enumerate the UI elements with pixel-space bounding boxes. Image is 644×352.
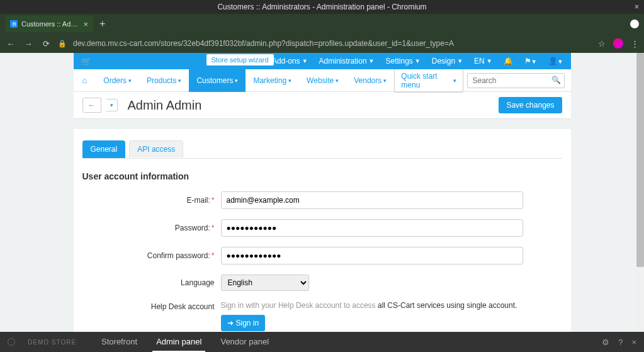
- nav-home-icon[interactable]: ⌂: [74, 76, 96, 85]
- topmenu-language[interactable]: EN▼: [474, 57, 492, 65]
- lock-icon: 🔒: [58, 40, 67, 48]
- bottom-vendor-panel[interactable]: Vendor panel: [217, 332, 273, 352]
- scrollbar-thumb[interactable]: [636, 53, 644, 267]
- search-icon[interactable]: 🔍: [551, 76, 561, 84]
- bottom-bar: DEMO STORE Storefront Admin panel Vendor…: [0, 332, 644, 352]
- quick-start-menu[interactable]: Quick start menu▾: [394, 69, 463, 93]
- helpdesk-label: Help Desk account: [82, 301, 221, 311]
- caret-down-icon: ▾: [383, 77, 387, 84]
- content-tabs: General API access: [82, 140, 562, 159]
- nav-products[interactable]: Products▾: [139, 69, 189, 92]
- caret-down-icon: ▼: [302, 58, 308, 64]
- page-viewport: 🛒 Store setup wizard Add-ons▼ Administra…: [0, 53, 644, 339]
- window-close-icon[interactable]: ×: [635, 3, 639, 11]
- topmenu-design[interactable]: Design▼: [432, 57, 463, 65]
- content-card: General API access User account informat…: [74, 129, 571, 339]
- search-box: 🔍: [467, 73, 565, 88]
- forward-button[interactable]: →: [23, 39, 34, 48]
- back-dropdown-button[interactable]: ▾: [106, 99, 118, 111]
- brand-text: DEMO STORE: [28, 339, 76, 346]
- row-password: Password:*: [82, 219, 562, 237]
- topmenu-administration[interactable]: Administration▼: [319, 57, 375, 65]
- email-input[interactable]: [221, 191, 523, 209]
- window-titlebar: Customers :: Administrators - Administra…: [0, 0, 644, 14]
- email-label: E-mail:*: [82, 196, 221, 205]
- tab-title: Customers :: Administrato: [21, 20, 79, 28]
- bottom-help-icon[interactable]: ?: [618, 338, 623, 347]
- caret-down-icon: ▼: [531, 59, 537, 65]
- row-language: Language English: [82, 275, 562, 291]
- nav-marketing[interactable]: Marketing▾: [246, 69, 299, 92]
- browser-tabstrip: ⚙ Customers :: Administrato × +: [0, 14, 644, 34]
- caret-down-icon: ▼: [457, 58, 463, 64]
- page-title: Admin Admin: [128, 98, 202, 113]
- nav-customers[interactable]: Customers▾: [189, 69, 246, 92]
- back-button[interactable]: ←: [5, 39, 16, 48]
- caret-down-icon: ▾: [235, 77, 238, 84]
- save-changes-button[interactable]: Save changes: [499, 97, 562, 113]
- bookmark-star-icon[interactable]: ☆: [598, 39, 606, 48]
- page-header: ← ▾ Admin Admin Save changes: [74, 92, 571, 119]
- admin-topbar: 🛒 Store setup wizard Add-ons▼ Administra…: [74, 53, 571, 69]
- back-nav-button[interactable]: ←: [82, 98, 101, 113]
- caret-down-icon: ▾: [453, 77, 456, 84]
- password-input[interactable]: [221, 219, 523, 237]
- caret-down-icon: ▾: [128, 77, 132, 84]
- row-email: E-mail:*: [82, 191, 562, 209]
- caret-down-icon: ▾: [336, 77, 339, 84]
- caret-down-icon: ▼: [487, 58, 492, 64]
- password-label: Password:*: [82, 224, 221, 232]
- browser-tab[interactable]: ⚙ Customers :: Administrato ×: [5, 16, 93, 32]
- window-title: Customers :: Administrators - Administra…: [217, 3, 426, 11]
- helpdesk-signin-button[interactable]: ➜Sign in: [221, 315, 266, 331]
- row-helpdesk: Help Desk account Sign in with your Help…: [82, 301, 562, 331]
- browser-menu-icon[interactable]: ⋮: [631, 39, 639, 48]
- caret-down-icon: ▼: [369, 58, 375, 64]
- store-setup-wizard-button[interactable]: Store setup wizard: [206, 54, 274, 66]
- nav-vendors[interactable]: Vendors▾: [346, 69, 394, 92]
- topmenu-addons[interactable]: Add-ons▼: [272, 57, 308, 65]
- tab-api-access[interactable]: API access: [129, 140, 183, 158]
- search-input[interactable]: [467, 73, 565, 88]
- caret-down-icon: ▾: [288, 77, 291, 84]
- signin-icon: ➜: [227, 319, 234, 327]
- tab-close-icon[interactable]: ×: [83, 20, 88, 29]
- confirm-password-label: Confirm password:*: [82, 251, 221, 260]
- nav-orders[interactable]: Orders▾: [96, 69, 139, 92]
- flag-icon[interactable]: ⚑▼: [524, 57, 537, 65]
- row-confirm-password: Confirm password:*: [82, 247, 562, 264]
- confirm-password-input[interactable]: [221, 247, 523, 264]
- tab-favicon-icon: ⚙: [10, 20, 18, 28]
- bottom-storefront[interactable]: Storefront: [98, 332, 141, 352]
- url-text[interactable]: dev.demo.mv.cs-cart.com/stores/32eb4df39…: [73, 39, 592, 48]
- tab-general[interactable]: General: [82, 140, 126, 158]
- helpdesk-text: Sign in with your Help Desk account to a…: [221, 301, 523, 310]
- caret-down-icon: ▼: [415, 58, 421, 64]
- browser-urlbar: ← → ⟳ 🔒 dev.demo.mv.cs-cart.com/stores/3…: [0, 34, 644, 53]
- cart-icon[interactable]: 🛒: [81, 57, 91, 66]
- section-account-title: User account information: [82, 171, 562, 181]
- bottom-close-icon[interactable]: ×: [631, 338, 636, 347]
- new-tab-button[interactable]: +: [99, 18, 105, 30]
- brand-logo-icon: [8, 338, 15, 346]
- nav-website[interactable]: Website▾: [299, 69, 346, 92]
- user-menu-icon[interactable]: 👤▼: [548, 57, 563, 65]
- reload-button[interactable]: ⟳: [40, 39, 52, 48]
- language-label: Language: [82, 278, 221, 287]
- notifications-bell-icon[interactable]: 🔔: [504, 57, 513, 65]
- profile-indicator-icon[interactable]: [630, 20, 639, 28]
- caret-down-icon: ▼: [558, 59, 563, 65]
- bottom-admin-panel[interactable]: Admin panel: [152, 332, 205, 352]
- caret-down-icon: ▾: [178, 77, 181, 84]
- user-avatar-icon[interactable]: [613, 38, 623, 48]
- language-select[interactable]: English: [221, 275, 309, 291]
- admin-navbar: ⌂ Orders▾ Products▾ Customers▾ Marketing…: [74, 69, 571, 92]
- topmenu-settings[interactable]: Settings▼: [386, 57, 421, 65]
- bottom-gear-icon[interactable]: ⚙: [602, 338, 609, 347]
